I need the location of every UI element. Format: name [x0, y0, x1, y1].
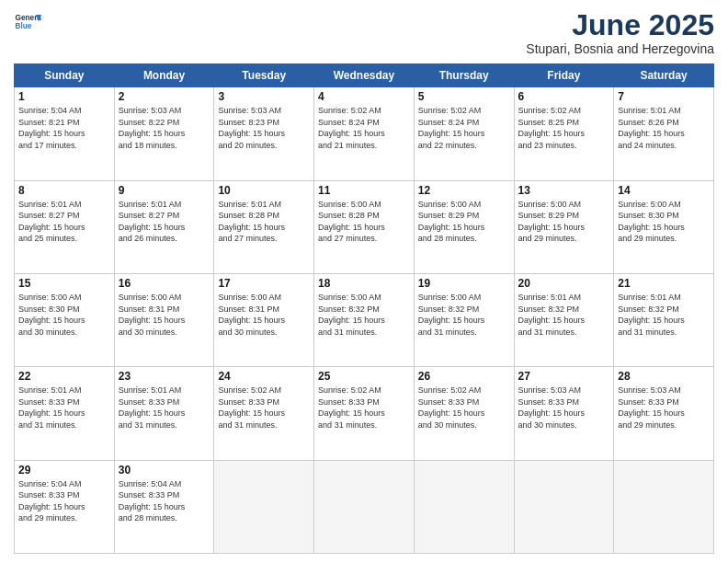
calendar-cell — [214, 460, 314, 553]
calendar-cell: 4Sunrise: 5:02 AMSunset: 8:24 PMDaylight… — [314, 87, 415, 180]
calendar-week-1: 1Sunrise: 5:04 AMSunset: 8:21 PMDaylight… — [15, 87, 714, 180]
calendar-cell — [414, 460, 514, 553]
month-title: June 2025 — [526, 9, 714, 41]
svg-text:Blue: Blue — [16, 22, 32, 30]
subtitle: Stupari, Bosnia and Herzegovina — [526, 41, 714, 56]
calendar-cell: 17Sunrise: 5:00 AMSunset: 8:31 PMDayligh… — [214, 273, 314, 366]
day-header-saturday: Saturday — [614, 64, 714, 87]
calendar-cell: 16Sunrise: 5:00 AMSunset: 8:31 PMDayligh… — [114, 273, 214, 366]
calendar-cell: 24Sunrise: 5:02 AMSunset: 8:33 PMDayligh… — [214, 367, 314, 460]
calendar-cell: 13Sunrise: 5:00 AMSunset: 8:29 PMDayligh… — [514, 180, 614, 273]
calendar-cell: 6Sunrise: 5:02 AMSunset: 8:25 PMDaylight… — [514, 87, 614, 180]
logo-icon: General Blue — [14, 9, 41, 37]
calendar-cell: 26Sunrise: 5:02 AMSunset: 8:33 PMDayligh… — [414, 367, 514, 460]
calendar-page: General Blue June 2025 Stupari, Bosnia a… — [0, 0, 728, 563]
calendar-cell: 8Sunrise: 5:01 AMSunset: 8:27 PMDaylight… — [15, 180, 115, 273]
calendar-cell: 14Sunrise: 5:00 AMSunset: 8:30 PMDayligh… — [614, 180, 714, 273]
calendar-week-3: 15Sunrise: 5:00 AMSunset: 8:30 PMDayligh… — [15, 273, 714, 366]
day-header-sunday: Sunday — [15, 64, 115, 87]
calendar-cell: 20Sunrise: 5:01 AMSunset: 8:32 PMDayligh… — [514, 273, 614, 366]
calendar-table: SundayMondayTuesdayWednesdayThursdayFrid… — [14, 63, 714, 554]
calendar-cell — [314, 460, 415, 553]
day-header-thursday: Thursday — [414, 64, 514, 87]
calendar-cell: 21Sunrise: 5:01 AMSunset: 8:32 PMDayligh… — [614, 273, 714, 366]
calendar-cell: 29Sunrise: 5:04 AMSunset: 8:33 PMDayligh… — [15, 460, 115, 553]
calendar-cell: 3Sunrise: 5:03 AMSunset: 8:23 PMDaylight… — [214, 87, 314, 180]
day-header-wednesday: Wednesday — [314, 64, 415, 87]
calendar-cell: 28Sunrise: 5:03 AMSunset: 8:33 PMDayligh… — [614, 367, 714, 460]
calendar-cell: 22Sunrise: 5:01 AMSunset: 8:33 PMDayligh… — [15, 367, 115, 460]
calendar-cell: 2Sunrise: 5:03 AMSunset: 8:22 PMDaylight… — [114, 87, 214, 180]
calendar-cell: 10Sunrise: 5:01 AMSunset: 8:28 PMDayligh… — [214, 180, 314, 273]
day-header-monday: Monday — [114, 64, 214, 87]
calendar-week-5: 29Sunrise: 5:04 AMSunset: 8:33 PMDayligh… — [15, 460, 714, 553]
calendar-cell — [614, 460, 714, 553]
calendar-cell: 15Sunrise: 5:00 AMSunset: 8:30 PMDayligh… — [15, 273, 115, 366]
calendar-cell: 27Sunrise: 5:03 AMSunset: 8:33 PMDayligh… — [514, 367, 614, 460]
calendar-cell: 18Sunrise: 5:00 AMSunset: 8:32 PMDayligh… — [314, 273, 415, 366]
calendar-cell: 1Sunrise: 5:04 AMSunset: 8:21 PMDaylight… — [15, 87, 115, 180]
calendar-cell: 23Sunrise: 5:01 AMSunset: 8:33 PMDayligh… — [114, 367, 214, 460]
calendar-cell: 7Sunrise: 5:01 AMSunset: 8:26 PMDaylight… — [614, 87, 714, 180]
calendar-cell — [514, 460, 614, 553]
logo: General Blue — [14, 9, 41, 37]
calendar-week-4: 22Sunrise: 5:01 AMSunset: 8:33 PMDayligh… — [15, 367, 714, 460]
day-header-tuesday: Tuesday — [214, 64, 314, 87]
title-block: June 2025 Stupari, Bosnia and Herzegovin… — [526, 9, 714, 56]
header: General Blue June 2025 Stupari, Bosnia a… — [14, 9, 714, 56]
calendar-cell: 19Sunrise: 5:00 AMSunset: 8:32 PMDayligh… — [414, 273, 514, 366]
calendar-cell: 9Sunrise: 5:01 AMSunset: 8:27 PMDaylight… — [114, 180, 214, 273]
calendar-week-2: 8Sunrise: 5:01 AMSunset: 8:27 PMDaylight… — [15, 180, 714, 273]
calendar-cell: 30Sunrise: 5:04 AMSunset: 8:33 PMDayligh… — [114, 460, 214, 553]
calendar-cell: 11Sunrise: 5:00 AMSunset: 8:28 PMDayligh… — [314, 180, 415, 273]
calendar-cell: 12Sunrise: 5:00 AMSunset: 8:29 PMDayligh… — [414, 180, 514, 273]
days-header-row: SundayMondayTuesdayWednesdayThursdayFrid… — [15, 64, 714, 87]
calendar-cell: 5Sunrise: 5:02 AMSunset: 8:24 PMDaylight… — [414, 87, 514, 180]
calendar-cell: 25Sunrise: 5:02 AMSunset: 8:33 PMDayligh… — [314, 367, 415, 460]
day-header-friday: Friday — [514, 64, 614, 87]
